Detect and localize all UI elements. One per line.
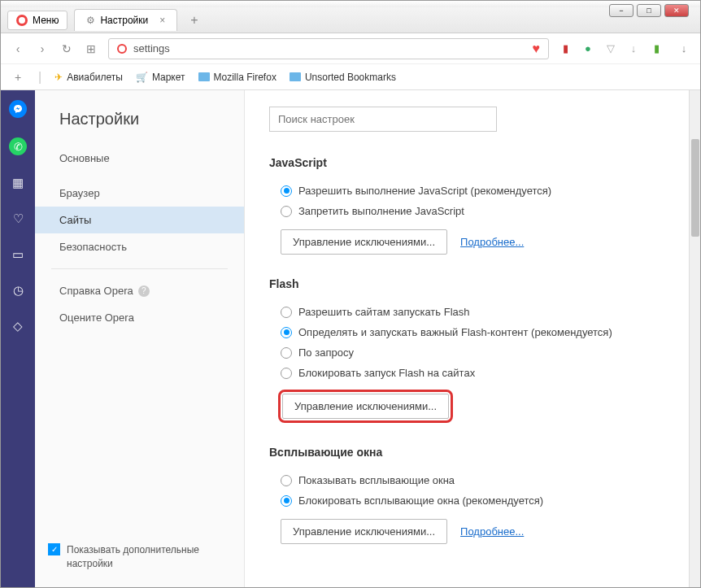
bookmark-market[interactable]: 🛒 Маркет xyxy=(136,72,185,83)
history-rail-icon[interactable]: ◷ xyxy=(10,282,26,298)
whatsapp-icon[interactable]: ✆ xyxy=(9,137,27,155)
settings-main: JavaScript Разрешить выполнение JavaScri… xyxy=(245,90,700,587)
left-rail: ✆ ▦ ♡ ▭ ◷ ◇ xyxy=(1,90,35,587)
new-tab-button[interactable]: + xyxy=(184,10,204,31)
speed-dial-rail-icon[interactable]: ▦ xyxy=(10,175,26,191)
bookmark-heart-icon[interactable]: ♥ xyxy=(533,41,541,56)
radio-icon xyxy=(281,307,292,318)
address-bar: ‹ › ↻ ⊞ ♥ ▮ ● ▽ ↓ ▮ ↓ xyxy=(1,33,700,64)
plane-icon: ✈ xyxy=(54,72,63,83)
section-title: Flash xyxy=(269,277,676,290)
section-flash: Flash Разрешить сайтам запускать Flash О… xyxy=(269,277,676,423)
radio-icon xyxy=(281,475,292,486)
add-bookmark-button[interactable]: + xyxy=(11,71,25,84)
sidebar-item-basic[interactable]: Основные xyxy=(35,145,244,172)
sidebar-help[interactable]: Справка Opera ? xyxy=(35,277,244,304)
extension-icon-2[interactable]: ● xyxy=(581,42,594,55)
minimize-button[interactable]: − xyxy=(609,4,634,17)
radio-checked-icon xyxy=(281,327,292,338)
bookmarks-rail-icon[interactable]: ♡ xyxy=(10,211,26,227)
checkbox-checked-icon: ✓ xyxy=(48,543,60,555)
popups-block-radio[interactable]: Блокировать всплывающие окна (рекомендуе… xyxy=(269,490,676,511)
settings-sidebar: Настройки Основные Браузер Сайты Безопас… xyxy=(35,90,245,587)
folder-icon xyxy=(290,72,301,81)
js-manage-button[interactable]: Управление исключениями... xyxy=(281,229,447,255)
menu-label: Меню xyxy=(33,15,59,26)
forward-button[interactable]: › xyxy=(35,42,50,55)
radio-checked-icon xyxy=(281,185,292,197)
news-rail-icon[interactable]: ▭ xyxy=(10,246,26,263)
content-area: ✆ ▦ ♡ ▭ ◷ ◇ Настройки Основные Браузер С… xyxy=(1,90,700,587)
sidebar-item-sites[interactable]: Сайты xyxy=(35,207,244,233)
window-controls: − □ ✕ xyxy=(609,4,689,17)
radio-checked-icon xyxy=(281,495,292,507)
extension-icon-4[interactable]: ↓ xyxy=(627,42,640,55)
close-button[interactable]: ✕ xyxy=(664,4,689,17)
opera-logo-icon xyxy=(16,15,28,26)
titlebar xyxy=(1,1,700,7)
sidebar-rate[interactable]: Оцените Opera xyxy=(35,304,244,331)
search-settings-input[interactable] xyxy=(269,107,497,132)
section-title: JavaScript xyxy=(269,156,676,169)
section-popups: Всплывающие окна Показывать всплывающие … xyxy=(269,446,676,544)
cart-icon: 🛒 xyxy=(136,72,148,83)
radio-icon xyxy=(281,206,292,217)
flash-block-radio[interactable]: Блокировать запуск Flash на сайтах xyxy=(269,363,676,383)
reload-button[interactable]: ↻ xyxy=(59,42,74,55)
highlight-box: Управление исключениями... xyxy=(278,390,453,423)
tab-bar: Меню ⚙ Настройки × + xyxy=(1,7,700,33)
flash-manage-button[interactable]: Управление исключениями... xyxy=(282,394,449,419)
tab-settings[interactable]: ⚙ Настройки × xyxy=(74,9,177,31)
flash-detect-radio[interactable]: Определять и запускать важный Flash-конт… xyxy=(269,322,676,342)
site-icon xyxy=(117,44,127,54)
speed-dial-icon[interactable]: ⊞ xyxy=(84,42,98,55)
tab-close-icon[interactable]: × xyxy=(159,15,165,26)
js-block-radio[interactable]: Запретить выполнение JavaScript xyxy=(269,201,676,221)
folder-icon xyxy=(198,72,210,81)
address-input-wrap: ♥ xyxy=(108,38,549,59)
sidebar-item-security[interactable]: Безопасность xyxy=(35,233,244,260)
popups-show-radio[interactable]: Показывать всплывающие окна xyxy=(269,470,676,490)
extension-icon-1[interactable]: ▮ xyxy=(559,42,572,55)
address-input[interactable] xyxy=(133,42,526,54)
browser-window: − □ ✕ Меню ⚙ Настройки × + ‹ › ↻ ⊞ ♥ ▮ ●… xyxy=(0,0,701,588)
popups-manage-button[interactable]: Управление исключениями... xyxy=(281,519,447,544)
advanced-settings-toggle[interactable]: ✓ Показывать дополнительные настройки xyxy=(35,543,245,571)
maximize-button[interactable]: □ xyxy=(637,4,661,17)
extensions-rail-icon[interactable]: ◇ xyxy=(10,318,26,334)
messenger-icon[interactable] xyxy=(9,100,27,118)
bookmark-unsorted[interactable]: Unsorted Bookmarks xyxy=(290,72,396,83)
radio-icon xyxy=(281,347,292,359)
js-button-row: Управление исключениями... Подробнее... xyxy=(281,229,676,255)
extension-icon-5[interactable]: ▮ xyxy=(650,42,663,55)
back-button[interactable]: ‹ xyxy=(11,42,25,55)
gear-icon: ⚙ xyxy=(86,15,95,26)
extension-icon-3[interactable]: ▽ xyxy=(604,42,617,55)
settings-title: Настройки xyxy=(35,110,244,145)
popups-button-row: Управление исключениями... Подробнее... xyxy=(281,519,676,544)
flash-ondemand-radio[interactable]: По запросу xyxy=(269,342,676,363)
section-title: Всплывающие окна xyxy=(269,446,676,459)
sidebar-separator xyxy=(51,268,228,269)
popups-more-link[interactable]: Подробнее... xyxy=(460,525,524,538)
scrollbar[interactable] xyxy=(689,90,700,587)
js-allow-radio[interactable]: Разрешить выполнение JavaScript (рекомен… xyxy=(269,181,676,201)
tab-title: Настройки xyxy=(100,15,148,26)
bookmark-mozilla[interactable]: Mozilla Firefox xyxy=(198,72,276,83)
flash-allow-radio[interactable]: Разрешить сайтам запускать Flash xyxy=(269,302,676,322)
sidebar-item-browser[interactable]: Браузер xyxy=(35,180,244,207)
radio-icon xyxy=(281,368,292,379)
bookmark-aviabilety[interactable]: ✈ Авиабилеты xyxy=(54,72,123,83)
help-icon: ? xyxy=(138,285,150,297)
scroll-thumb[interactable] xyxy=(691,139,699,237)
menu-button[interactable]: Меню xyxy=(7,11,67,30)
section-javascript: JavaScript Разрешить выполнение JavaScri… xyxy=(269,156,676,255)
bookmarks-bar: + | ✈ Авиабилеты 🛒 Маркет Mozilla Firefo… xyxy=(1,64,700,90)
downloads-icon[interactable]: ↓ xyxy=(677,42,690,55)
js-more-link[interactable]: Подробнее... xyxy=(460,236,524,248)
